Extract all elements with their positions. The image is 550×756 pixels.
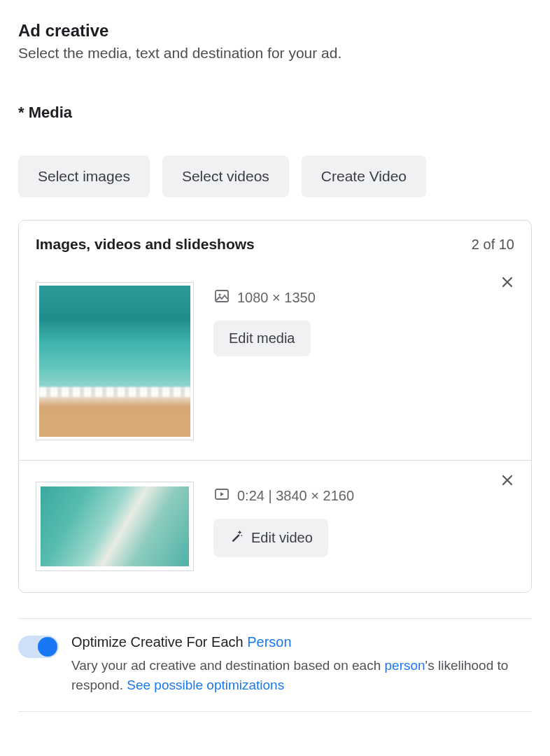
see-optimizations-link[interactable]: See possible optimizations	[127, 678, 284, 692]
edit-media-button[interactable]: Edit media	[213, 321, 311, 356]
optimize-toggle[interactable]	[18, 636, 59, 658]
media-thumbnail[interactable]	[36, 282, 194, 440]
media-item: 1080 × 1350 Edit media	[19, 262, 531, 460]
page-subtitle: Select the media, text and destination f…	[18, 45, 532, 62]
media-item: 0:24 | 3840 × 2160 Edit video	[19, 460, 531, 592]
remove-media-button[interactable]	[500, 473, 514, 490]
media-dimensions: 1080 × 1350	[213, 288, 316, 308]
media-list-count: 2 of 10	[472, 237, 514, 253]
divider	[18, 711, 532, 712]
svg-rect-0	[216, 290, 228, 302]
select-videos-button[interactable]: Select videos	[162, 155, 289, 197]
media-video-meta-text: 0:24 | 3840 × 2160	[237, 488, 354, 504]
svg-point-1	[218, 293, 220, 295]
optimize-person-link[interactable]: Person	[247, 634, 291, 650]
media-button-row: Select images Select videos Create Video	[18, 155, 532, 197]
svg-point-3	[241, 535, 242, 536]
media-list-container: Images, videos and slideshows 2 of 10 10…	[18, 220, 532, 593]
edit-video-button[interactable]: Edit video	[213, 519, 328, 557]
media-video-meta: 0:24 | 3840 × 2160	[213, 486, 354, 506]
close-icon	[500, 473, 514, 487]
media-label: * Media	[18, 104, 532, 122]
remove-media-button[interactable]	[500, 275, 514, 292]
media-dimensions-text: 1080 × 1350	[237, 290, 316, 306]
optimize-creative-row: Optimize Creative For Each Person Vary y…	[18, 619, 532, 711]
edit-video-label: Edit video	[251, 530, 313, 546]
optimize-title-text: Optimize Creative For Each	[71, 634, 247, 650]
create-video-button[interactable]: Create Video	[302, 155, 426, 197]
optimize-description: Vary your ad creative and destination ba…	[71, 656, 532, 694]
media-meta: 0:24 | 3840 × 2160 Edit video	[213, 480, 354, 557]
image-icon	[213, 288, 230, 308]
media-meta: 1080 × 1350 Edit media	[213, 282, 316, 356]
media-list-header: Images, videos and slideshows 2 of 10	[19, 220, 531, 262]
media-list-title: Images, videos and slideshows	[36, 236, 255, 253]
video-icon	[213, 486, 230, 506]
media-thumbnail[interactable]	[36, 482, 194, 571]
page-title: Ad creative	[18, 21, 532, 41]
optimize-desc-text: Vary your ad creative and destination ba…	[71, 658, 385, 673]
select-images-button[interactable]: Select images	[18, 155, 150, 197]
magic-wand-icon	[229, 528, 244, 547]
optimize-title: Optimize Creative For Each Person	[71, 634, 532, 650]
optimize-person-link-2[interactable]: person	[385, 658, 425, 673]
close-icon	[500, 275, 514, 289]
